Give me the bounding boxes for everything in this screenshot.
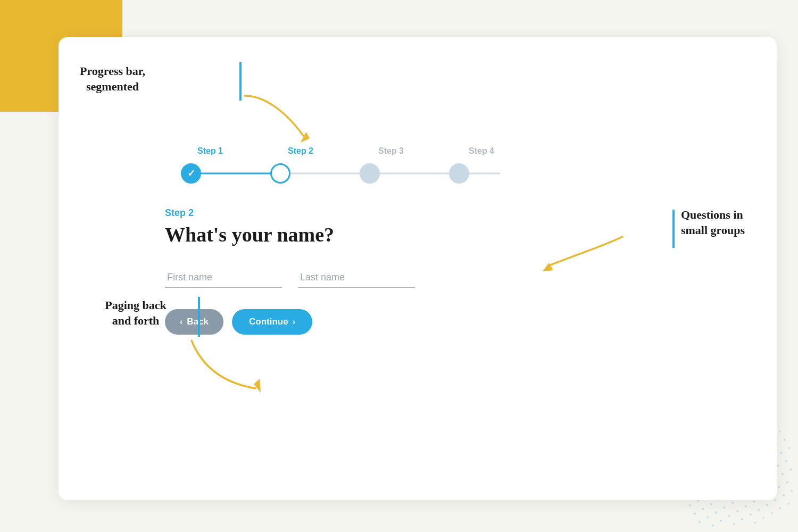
step-subtitle: Step 2 <box>165 207 415 219</box>
step-circle-1: ✓ <box>181 163 201 184</box>
last-name-input[interactable] <box>298 268 415 288</box>
annotation-bar-progress <box>239 62 242 101</box>
step-circle-4 <box>449 163 469 184</box>
annotation-bar-paging <box>198 297 200 337</box>
step-label-4: Step 4 <box>455 146 508 156</box>
svg-marker-2 <box>254 379 261 393</box>
step-question: What's your name? <box>165 223 415 246</box>
step-circle-2 <box>270 163 290 184</box>
first-name-input[interactable] <box>165 268 282 288</box>
step-circle-3 <box>360 163 380 184</box>
annotation-questions-text: Questions insmall groups <box>681 207 745 238</box>
main-card: Progress bar,segmented Step 1 Step 2 Ste… <box>59 37 777 500</box>
continue-chevron-icon: › <box>293 317 295 327</box>
continue-button[interactable]: Continue › <box>232 309 312 335</box>
annotation-paging: Paging backand forth <box>74 298 197 328</box>
annotation-progress-bar: Progress bar,segmented <box>80 64 145 94</box>
track-filled <box>192 173 282 174</box>
step-label-1: Step 1 <box>184 146 237 156</box>
svg-marker-1 <box>543 263 553 271</box>
name-inputs-row <box>165 268 415 288</box>
annotation-paging-text: Paging backand forth <box>74 298 197 328</box>
continue-label: Continue <box>249 317 288 327</box>
svg-marker-0 <box>301 132 310 143</box>
annotation-questions: Questions insmall groups <box>672 207 745 248</box>
action-buttons: ‹ Back Continue › <box>165 309 415 335</box>
step-label-3: Step 3 <box>364 146 418 156</box>
step-label-2: Step 2 <box>274 146 327 156</box>
annotation-bar-questions <box>672 210 675 248</box>
